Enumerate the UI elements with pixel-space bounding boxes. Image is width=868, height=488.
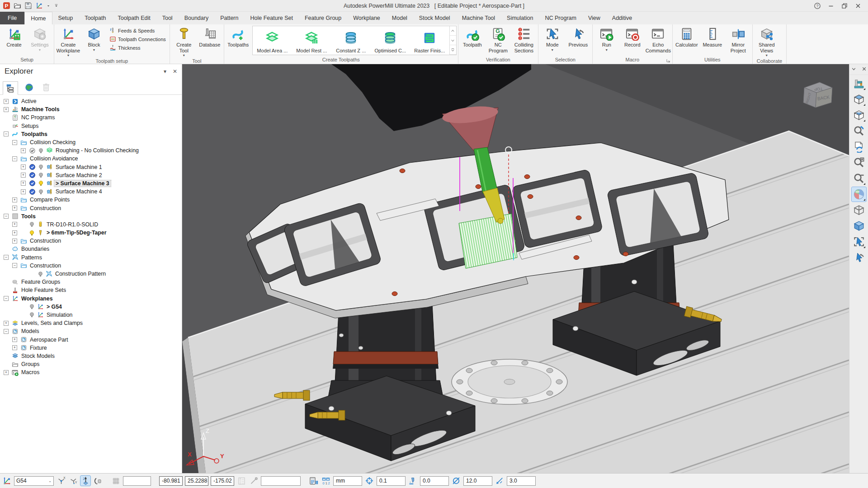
expand-minus-icon[interactable]: − <box>4 296 9 301</box>
dialog-launcher-button[interactable] <box>665 57 671 63</box>
tab-view[interactable]: View <box>582 12 606 24</box>
database-button[interactable]: Database <box>197 25 222 57</box>
create-tool-button[interactable]: Create Tool ▼ <box>171 25 197 57</box>
save-button[interactable] <box>24 2 32 9</box>
tab-nc-program[interactable]: NC Program <box>539 12 582 24</box>
tree-item-construction[interactable]: +Construction <box>0 237 182 245</box>
powermill-logo-button[interactable]: P <box>3 2 10 9</box>
tab-toolpath-edit[interactable]: Toolpath Edit <box>112 12 156 24</box>
tolerance-input[interactable]: 0.1 <box>377 476 406 486</box>
rotate-mode-toggle[interactable] <box>93 476 103 486</box>
position-y-input[interactable]: 25.2288 <box>185 476 208 486</box>
thickness-input[interactable]: 0.0 <box>420 476 449 486</box>
tab-hole-feature-set[interactable]: Hole Feature Set <box>244 12 299 24</box>
tree-item-surface-machine-3[interactable]: +> Surface Machine 3 <box>0 179 182 188</box>
workplane-caret-button[interactable] <box>46 4 51 8</box>
tool-diameter-input[interactable]: 12.0 <box>463 476 492 486</box>
tree-item-aerospace-part[interactable]: +Aerospace Part <box>0 335 182 343</box>
expand-minus-icon[interactable]: − <box>4 131 9 136</box>
tree-item-levels-sets-and-clamps[interactable]: +Levels, Sets and Clamps <box>0 319 182 327</box>
expand-plus-icon[interactable]: + <box>12 337 17 342</box>
tree-item-construction[interactable]: −Construction <box>0 262 182 270</box>
feeds-speeds-button[interactable]: Feeds & Speeds <box>108 27 167 34</box>
expand-plus-icon[interactable]: + <box>12 345 17 350</box>
customize-qat-button[interactable] <box>54 3 59 8</box>
zoom-fit-button[interactable] <box>852 155 866 170</box>
gallery-model-area[interactable]: Model Area ... <box>253 26 292 55</box>
position-z-input[interactable]: -175.02 <box>211 476 234 486</box>
taper-angle-button[interactable] <box>495 476 505 486</box>
tree-item-stock-models[interactable]: Stock Models <box>0 352 182 360</box>
tab-additive[interactable]: Additive <box>606 12 638 24</box>
workplane-select[interactable]: G54⌄ <box>14 476 54 486</box>
tree-view-tab[interactable] <box>3 81 18 95</box>
tree-item-active[interactable]: +Active <box>0 97 182 105</box>
chevron-down-button[interactable] <box>851 66 857 73</box>
tree-item-g54[interactable]: > G54 <box>0 303 182 311</box>
gallery-constant-z[interactable]: Constant Z ... <box>331 26 371 55</box>
close-x-button[interactable] <box>861 66 867 73</box>
tree-item-workplanes[interactable]: −Workplanes <box>0 295 182 303</box>
gallery-optimised-c[interactable]: Optimised C... <box>371 26 410 55</box>
expand-minus-icon[interactable]: − <box>4 255 9 260</box>
tree-item-machine-tools[interactable]: +Machine Tools <box>0 105 182 113</box>
measure-button[interactable]: Measure <box>700 25 725 56</box>
tab-simulation[interactable]: Simulation <box>501 12 539 24</box>
tab-file[interactable]: File <box>0 12 24 24</box>
colliding-sections-button[interactable]: !!! Colliding Sections <box>511 25 537 56</box>
diameter-button[interactable] <box>451 476 461 486</box>
mode-button[interactable]: Mode ▼ <box>540 25 565 56</box>
expand-minus-icon[interactable]: − <box>12 140 17 145</box>
explorer-close-icon[interactable]: ✕ <box>173 68 177 75</box>
expand-plus-icon[interactable]: + <box>21 173 26 178</box>
iso-view-button[interactable] <box>852 92 866 107</box>
tree-item-fixture[interactable]: +Fixture <box>0 344 182 352</box>
z-lock-toggle[interactable]: Z <box>80 476 90 486</box>
workplane-mini-button[interactable] <box>2 476 12 486</box>
tree-item-toolpaths[interactable]: −Toolpaths <box>0 130 182 138</box>
wireframe-view-button[interactable] <box>852 203 866 217</box>
machining-scene[interactable]: TOP RIGHT BACK Z X Y <box>182 64 849 473</box>
shared-views-button[interactable]: Shared Views ▼ <box>754 25 779 57</box>
expand-plus-icon[interactable]: + <box>12 222 17 227</box>
gallery-model-rest[interactable]: Model Rest ... <box>292 26 331 55</box>
minimize-button[interactable] <box>827 2 835 9</box>
top-view-button[interactable] <box>852 108 866 122</box>
tree-item-boundaries[interactable]: Boundaries <box>0 245 182 253</box>
gallery-more-button[interactable] <box>450 45 456 55</box>
expand-plus-icon[interactable]: + <box>4 107 9 112</box>
tree-item-macros[interactable]: +Macros <box>0 368 182 376</box>
tab-model[interactable]: Model <box>386 12 413 24</box>
expand-plus-icon[interactable]: + <box>21 189 26 194</box>
tree-item-construction-pattern[interactable]: Construction Pattern <box>0 270 182 278</box>
tree-item-tools[interactable]: −Tools <box>0 212 182 221</box>
nc-program-button[interactable]: G NC Program <box>486 25 511 56</box>
shaded-view-button[interactable] <box>852 187 866 202</box>
orient-x-toggle[interactable]: X <box>56 476 66 486</box>
calc-pause-button[interactable] <box>309 476 319 486</box>
tree-item-feature-groups[interactable]: Feature Groups <box>0 278 182 286</box>
thickness-button[interactable]: Thickness <box>108 44 167 52</box>
ruler-units-button[interactable]: 012 <box>321 476 331 486</box>
toolpaths-button[interactable]: Toolpaths <box>226 25 251 56</box>
tab-machine-tool[interactable]: Machine Tool <box>456 12 501 24</box>
workplane-quick-button[interactable] <box>35 2 43 9</box>
units-input[interactable]: mm <box>333 476 362 486</box>
echo-commands-button[interactable]: Echo Commands <box>646 25 671 56</box>
tree-item-tr-d10-r1-0-solid[interactable]: +TR-D10-R1.0-SOLID <box>0 221 182 229</box>
tab-toolpath[interactable]: Toolpath <box>79 12 112 24</box>
expand-minus-icon[interactable]: − <box>4 329 9 334</box>
solid-view-button[interactable] <box>852 219 866 233</box>
grid-button[interactable] <box>111 476 121 486</box>
calculator-button[interactable]: Calculator <box>674 25 699 56</box>
expand-plus-icon[interactable]: + <box>12 197 17 202</box>
expand-plus-icon[interactable]: + <box>21 164 26 169</box>
expand-minus-icon[interactable]: − <box>4 214 9 219</box>
tab-setup[interactable]: Setup <box>52 12 79 24</box>
tip-angle-input[interactable]: 3.0 <box>507 476 536 486</box>
toolpath-button[interactable]: Toolpath <box>460 25 485 56</box>
machine-view-button[interactable] <box>852 76 866 91</box>
tree-item-groups[interactable]: Groups <box>0 360 182 368</box>
block-button[interactable]: Block ▼ <box>81 25 107 57</box>
tree-item-6mm-tip-5deg-taper[interactable]: +> 6mm-Tip-5Deg-Taper <box>0 229 182 237</box>
